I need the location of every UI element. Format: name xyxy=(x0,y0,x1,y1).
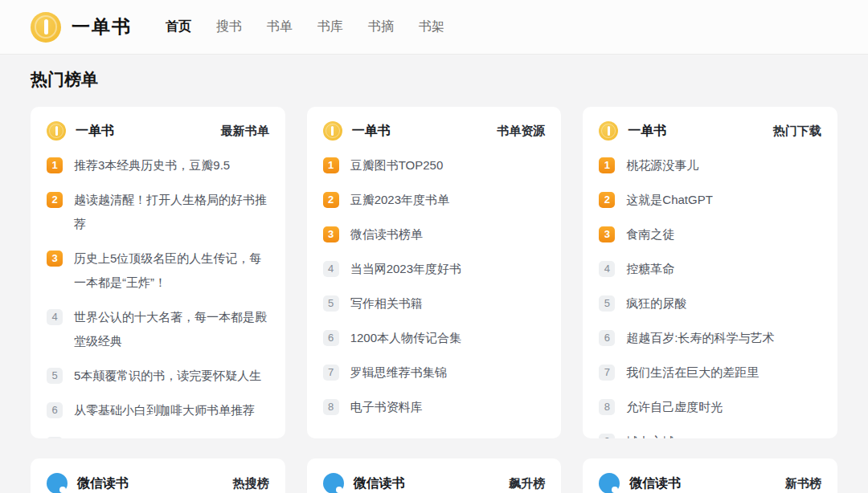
card-source: 微信读书 xyxy=(629,475,681,492)
book-title: 这就是ChatGPT xyxy=(626,188,713,212)
nav-item-shelf[interactable]: 书架 xyxy=(419,18,444,35)
rank-item[interactable]: 7 罗辑思维荐书集锦 xyxy=(323,355,546,389)
rank-badge: 7 xyxy=(47,437,63,439)
rank-badge: 3 xyxy=(323,226,339,242)
card-header: 微信读书 飙升榜 xyxy=(323,473,546,493)
rank-list: 1 推荐3本经典历史书，豆瓣9.5 2 越读越清醒！打开人生格局的好书推荐 3 … xyxy=(47,148,269,438)
rank-item[interactable]: 4 当当网2023年度好书 xyxy=(323,251,546,286)
rank-badge: 7 xyxy=(599,365,615,381)
card-source: 微信读书 xyxy=(77,475,129,492)
rank-badge: 4 xyxy=(47,309,63,325)
rank-list: 1 豆瓣图书TOP250 2 豆瓣2023年度书单 3 微信读书榜单 4 当当网… xyxy=(323,148,546,424)
page-title: 热门榜单 xyxy=(31,68,837,91)
card-tag-link[interactable]: 热搜榜 xyxy=(233,476,269,491)
booklist-title: 1200本人物传记合集 xyxy=(350,326,461,350)
booklist-title: 越读越清醒！打开人生格局的好书推荐 xyxy=(74,188,269,236)
yidanshu-coin-icon xyxy=(599,121,618,141)
rank-item[interactable]: 6 从零基础小白到咖啡大师书单推荐 xyxy=(47,393,269,427)
rank-item[interactable]: 7 送给你的春日书单 xyxy=(47,427,269,438)
hot-rank-cards-row: 一单书 最新书单 1 推荐3本经典历史书，豆瓣9.5 2 越读越清醒！打开人生格… xyxy=(31,107,837,438)
booklist-title: 推荐3本经典历史书，豆瓣9.5 xyxy=(74,153,230,177)
booklist-title: 送给你的春日书单 xyxy=(74,433,170,439)
card-tag-link[interactable]: 新书榜 xyxy=(785,476,821,491)
rank-item[interactable]: 5 5本颠覆常识的书，读完要怀疑人生 xyxy=(47,358,269,393)
card-source: 一单书 xyxy=(76,123,114,140)
rank-item[interactable]: 3 食南之徒 xyxy=(599,217,821,251)
card-tag-link[interactable]: 飙升榜 xyxy=(509,476,545,491)
card-header: 微信读书 新书榜 xyxy=(599,473,821,493)
site-header: 一单书 首页 搜书 书单 书库 书摘 书架 xyxy=(0,0,868,55)
rank-item[interactable]: 4 世界公认的十大名著，每一本都是殿堂级经典 xyxy=(47,299,269,358)
card-tag-link[interactable]: 最新书单 xyxy=(221,124,269,139)
booklist-title: 微信读书榜单 xyxy=(350,222,423,246)
rank-badge: 1 xyxy=(323,157,339,173)
wechat-read-icon xyxy=(323,473,344,493)
wechat-read-icon xyxy=(599,473,620,493)
rank-badge: 3 xyxy=(47,251,63,267)
book-title: 城中之城 xyxy=(626,430,674,439)
rank-badge: 1 xyxy=(47,157,63,173)
rank-item[interactable]: 2 豆瓣2023年度书单 xyxy=(323,182,546,217)
rank-item[interactable]: 2 这就是ChatGPT xyxy=(599,182,821,217)
book-title: 超越百岁:长寿的科学与艺术 xyxy=(626,326,774,350)
rank-item[interactable]: 8 允许自己虚度时光 xyxy=(599,389,821,424)
booklist-title: 豆瓣图书TOP250 xyxy=(350,153,444,177)
nav-item-library[interactable]: 书库 xyxy=(317,18,343,35)
wechat-read-cards-row: 微信读书 热搜榜 微信读书 飙升榜 微信读书 新书榜 xyxy=(31,438,837,493)
rank-badge: 9 xyxy=(599,434,615,439)
booklist-title: 豆瓣2023年度书单 xyxy=(350,188,449,212)
rank-card-latest-booklists: 一单书 最新书单 1 推荐3本经典历史书，豆瓣9.5 2 越读越清醒！打开人生格… xyxy=(31,107,285,438)
rank-item[interactable]: 3 微信读书榜单 xyxy=(323,217,546,251)
booklist-title: 5本颠覆常识的书，读完要怀疑人生 xyxy=(74,364,261,388)
rank-badge: 8 xyxy=(323,399,339,415)
rank-item[interactable]: 5 写作相关书籍 xyxy=(323,286,546,320)
card-header: 一单书 书单资源 xyxy=(323,121,546,141)
rank-item[interactable]: 8 电子书资料库 xyxy=(323,389,546,424)
nav-item-booklist[interactable]: 书单 xyxy=(267,18,293,35)
rank-item[interactable]: 5 疯狂的尿酸 xyxy=(599,286,821,320)
booklist-title: 当当网2023年度好书 xyxy=(350,257,461,281)
rank-list: 1 桃花源没事儿 2 这就是ChatGPT 3 食南之徒 4 控糖革命 5 xyxy=(599,148,821,438)
rank-card-booklist-resources: 一单书 书单资源 1 豆瓣图书TOP250 2 豆瓣2023年度书单 3 微信读… xyxy=(307,107,562,438)
rank-item[interactable]: 1 豆瓣图书TOP250 xyxy=(323,148,546,182)
rank-card-weread-hot-search: 微信读书 热搜榜 xyxy=(31,458,285,493)
rank-badge: 2 xyxy=(599,192,615,208)
book-title: 控糖革命 xyxy=(626,257,674,281)
rank-card-hot-downloads: 一单书 热门下载 1 桃花源没事儿 2 这就是ChatGPT 3 食南之徒 4 xyxy=(583,107,837,438)
card-source: 一单书 xyxy=(628,123,666,140)
brand-logo[interactable]: 一单书 xyxy=(31,12,132,43)
booklist-title: 罗辑思维荐书集锦 xyxy=(350,361,447,385)
nav-item-search[interactable]: 搜书 xyxy=(216,18,242,35)
rank-item[interactable]: 9 城中之城 xyxy=(599,424,821,438)
booklist-title: 历史上5位顶级名臣的人生传记，每一本都是“王炸”！ xyxy=(74,246,269,295)
rank-badge: 8 xyxy=(599,399,615,415)
rank-item[interactable]: 6 1200本人物传记合集 xyxy=(323,320,546,355)
rank-item[interactable]: 1 桃花源没事儿 xyxy=(599,148,821,182)
rank-item[interactable]: 7 我们生活在巨大的差距里 xyxy=(599,355,821,389)
rank-badge: 2 xyxy=(323,192,339,208)
booklist-title: 从零基础小白到咖啡大师书单推荐 xyxy=(74,398,255,422)
rank-badge: 5 xyxy=(47,368,63,384)
rank-item[interactable]: 4 控糖革命 xyxy=(599,251,821,286)
yidanshu-coin-icon xyxy=(31,12,61,43)
rank-item[interactable]: 1 推荐3本经典历史书，豆瓣9.5 xyxy=(47,148,269,182)
card-source: 一单书 xyxy=(352,123,391,140)
rank-badge: 7 xyxy=(323,365,339,381)
yidanshu-coin-icon xyxy=(47,121,66,141)
book-title: 桃花源没事儿 xyxy=(626,153,698,177)
card-header: 一单书 最新书单 xyxy=(47,121,269,141)
rank-card-weread-soaring: 微信读书 飙升榜 xyxy=(307,458,562,493)
card-tag-link[interactable]: 书单资源 xyxy=(497,124,545,139)
card-header: 微信读书 热搜榜 xyxy=(47,473,269,493)
main-nav: 首页 搜书 书单 书库 书摘 书架 xyxy=(166,18,469,35)
rank-badge: 6 xyxy=(599,330,615,346)
rank-item[interactable]: 2 越读越清醒！打开人生格局的好书推荐 xyxy=(47,182,269,241)
card-tag-link[interactable]: 热门下载 xyxy=(773,124,821,139)
nav-item-excerpt[interactable]: 书摘 xyxy=(368,18,394,35)
book-title: 食南之徒 xyxy=(626,222,674,246)
nav-item-home[interactable]: 首页 xyxy=(166,18,191,35)
rank-item[interactable]: 6 超越百岁:长寿的科学与艺术 xyxy=(599,320,821,355)
yidanshu-coin-icon xyxy=(323,121,342,141)
book-title: 疯狂的尿酸 xyxy=(626,291,686,316)
rank-item[interactable]: 3 历史上5位顶级名臣的人生传记，每一本都是“王炸”！ xyxy=(47,241,269,299)
